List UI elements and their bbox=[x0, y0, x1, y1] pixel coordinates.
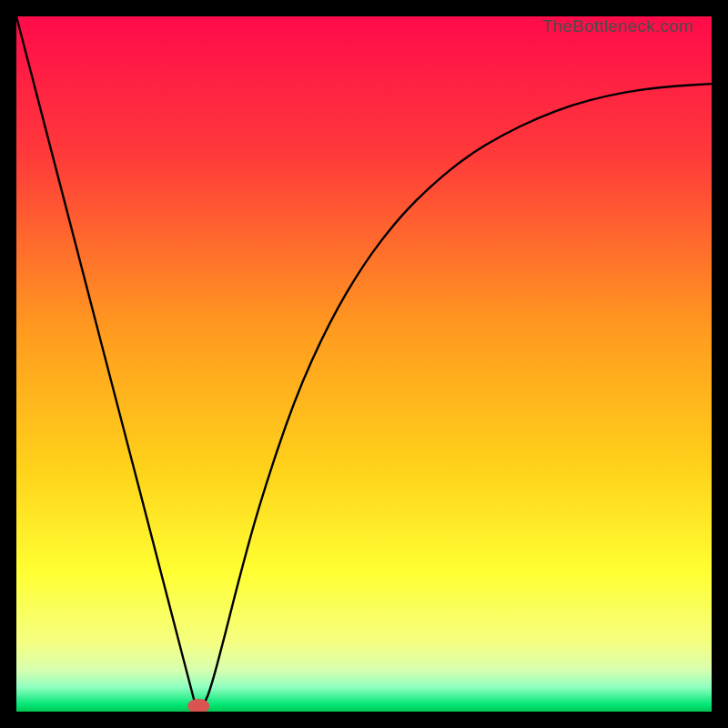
attribution-text: TheBottleneck.com bbox=[542, 16, 693, 36]
bottleneck-chart bbox=[16, 16, 712, 712]
gradient-background bbox=[16, 16, 712, 712]
chart-frame: TheBottleneck.com bbox=[16, 16, 712, 712]
